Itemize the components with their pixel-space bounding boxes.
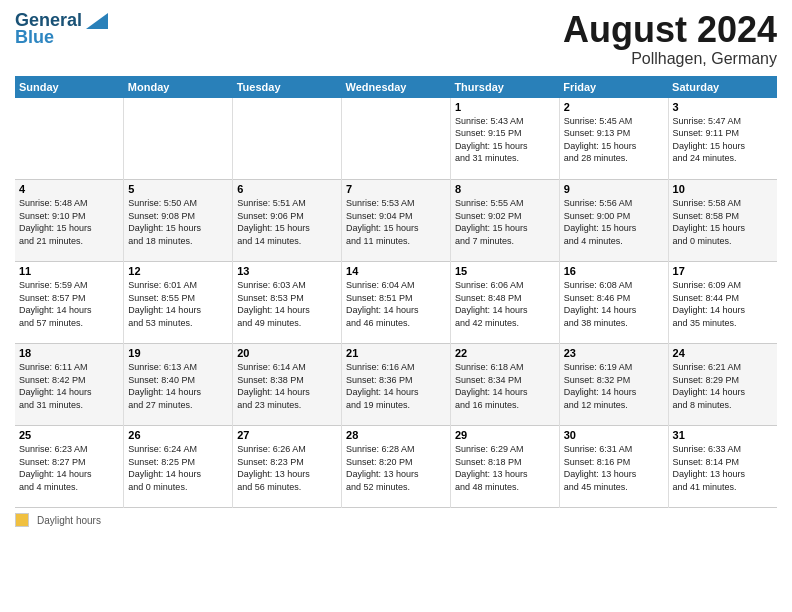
day-number: 6: [237, 183, 337, 195]
day-cell: 31Sunrise: 6:33 AM Sunset: 8:14 PM Dayli…: [668, 426, 777, 508]
day-number: 17: [673, 265, 773, 277]
day-info: Sunrise: 6:29 AM Sunset: 8:18 PM Dayligh…: [455, 443, 555, 493]
day-number: 4: [19, 183, 119, 195]
col-sunday: Sunday: [15, 76, 124, 98]
day-number: 10: [673, 183, 773, 195]
day-info: Sunrise: 6:18 AM Sunset: 8:34 PM Dayligh…: [455, 361, 555, 411]
day-info: Sunrise: 5:51 AM Sunset: 9:06 PM Dayligh…: [237, 197, 337, 247]
month-title: August 2024: [563, 10, 777, 50]
day-cell: 26Sunrise: 6:24 AM Sunset: 8:25 PM Dayli…: [124, 426, 233, 508]
day-cell: 8Sunrise: 5:55 AM Sunset: 9:02 PM Daylig…: [450, 180, 559, 262]
day-info: Sunrise: 5:59 AM Sunset: 8:57 PM Dayligh…: [19, 279, 119, 329]
day-cell: 13Sunrise: 6:03 AM Sunset: 8:53 PM Dayli…: [233, 262, 342, 344]
col-monday: Monday: [124, 76, 233, 98]
day-info: Sunrise: 6:03 AM Sunset: 8:53 PM Dayligh…: [237, 279, 337, 329]
title-block: August 2024 Pollhagen, Germany: [563, 10, 777, 68]
day-cell: 21Sunrise: 6:16 AM Sunset: 8:36 PM Dayli…: [342, 344, 451, 426]
week-row-3: 18Sunrise: 6:11 AM Sunset: 8:42 PM Dayli…: [15, 344, 777, 426]
day-info: Sunrise: 5:50 AM Sunset: 9:08 PM Dayligh…: [128, 197, 228, 247]
calendar-table: Sunday Monday Tuesday Wednesday Thursday…: [15, 76, 777, 509]
day-number: 16: [564, 265, 664, 277]
day-info: Sunrise: 5:55 AM Sunset: 9:02 PM Dayligh…: [455, 197, 555, 247]
day-info: Sunrise: 6:33 AM Sunset: 8:14 PM Dayligh…: [673, 443, 773, 493]
day-number: 13: [237, 265, 337, 277]
legend-label: Daylight hours: [37, 515, 101, 526]
day-cell: 27Sunrise: 6:26 AM Sunset: 8:23 PM Dayli…: [233, 426, 342, 508]
day-number: 1: [455, 101, 555, 113]
day-cell: 2Sunrise: 5:45 AM Sunset: 9:13 PM Daylig…: [559, 98, 668, 180]
day-cell: 1Sunrise: 5:43 AM Sunset: 9:15 PM Daylig…: [450, 98, 559, 180]
day-info: Sunrise: 6:28 AM Sunset: 8:20 PM Dayligh…: [346, 443, 446, 493]
day-cell: 10Sunrise: 5:58 AM Sunset: 8:58 PM Dayli…: [668, 180, 777, 262]
day-info: Sunrise: 6:04 AM Sunset: 8:51 PM Dayligh…: [346, 279, 446, 329]
day-info: Sunrise: 6:26 AM Sunset: 8:23 PM Dayligh…: [237, 443, 337, 493]
day-info: Sunrise: 6:09 AM Sunset: 8:44 PM Dayligh…: [673, 279, 773, 329]
day-cell: 7Sunrise: 5:53 AM Sunset: 9:04 PM Daylig…: [342, 180, 451, 262]
day-info: Sunrise: 6:06 AM Sunset: 8:48 PM Dayligh…: [455, 279, 555, 329]
day-number: 24: [673, 347, 773, 359]
week-row-0: 1Sunrise: 5:43 AM Sunset: 9:15 PM Daylig…: [15, 98, 777, 180]
col-wednesday: Wednesday: [342, 76, 451, 98]
day-cell: 11Sunrise: 5:59 AM Sunset: 8:57 PM Dayli…: [15, 262, 124, 344]
day-info: Sunrise: 6:08 AM Sunset: 8:46 PM Dayligh…: [564, 279, 664, 329]
day-number: 31: [673, 429, 773, 441]
day-number: 25: [19, 429, 119, 441]
day-cell: [233, 98, 342, 180]
day-number: 7: [346, 183, 446, 195]
svg-marker-0: [86, 13, 108, 29]
day-info: Sunrise: 6:19 AM Sunset: 8:32 PM Dayligh…: [564, 361, 664, 411]
col-friday: Friday: [559, 76, 668, 98]
day-number: 11: [19, 265, 119, 277]
day-number: 22: [455, 347, 555, 359]
day-number: 2: [564, 101, 664, 113]
day-info: Sunrise: 6:23 AM Sunset: 8:27 PM Dayligh…: [19, 443, 119, 493]
week-row-2: 11Sunrise: 5:59 AM Sunset: 8:57 PM Dayli…: [15, 262, 777, 344]
logo-blue: Blue: [15, 27, 54, 48]
day-cell: 4Sunrise: 5:48 AM Sunset: 9:10 PM Daylig…: [15, 180, 124, 262]
day-number: 18: [19, 347, 119, 359]
logo-icon: [86, 13, 108, 29]
day-number: 27: [237, 429, 337, 441]
col-saturday: Saturday: [668, 76, 777, 98]
day-cell: [15, 98, 124, 180]
header: General Blue August 2024 Pollhagen, Germ…: [15, 10, 777, 68]
col-tuesday: Tuesday: [233, 76, 342, 98]
day-cell: 5Sunrise: 5:50 AM Sunset: 9:08 PM Daylig…: [124, 180, 233, 262]
day-info: Sunrise: 6:13 AM Sunset: 8:40 PM Dayligh…: [128, 361, 228, 411]
location-title: Pollhagen, Germany: [563, 50, 777, 68]
day-cell: 17Sunrise: 6:09 AM Sunset: 8:44 PM Dayli…: [668, 262, 777, 344]
day-number: 20: [237, 347, 337, 359]
day-number: 28: [346, 429, 446, 441]
day-number: 19: [128, 347, 228, 359]
day-cell: 18Sunrise: 6:11 AM Sunset: 8:42 PM Dayli…: [15, 344, 124, 426]
day-info: Sunrise: 6:11 AM Sunset: 8:42 PM Dayligh…: [19, 361, 119, 411]
day-number: 9: [564, 183, 664, 195]
day-info: Sunrise: 5:43 AM Sunset: 9:15 PM Dayligh…: [455, 115, 555, 165]
week-row-4: 25Sunrise: 6:23 AM Sunset: 8:27 PM Dayli…: [15, 426, 777, 508]
day-info: Sunrise: 5:56 AM Sunset: 9:00 PM Dayligh…: [564, 197, 664, 247]
logo: General Blue: [15, 10, 108, 48]
day-cell: 30Sunrise: 6:31 AM Sunset: 8:16 PM Dayli…: [559, 426, 668, 508]
day-number: 26: [128, 429, 228, 441]
day-number: 3: [673, 101, 773, 113]
day-info: Sunrise: 5:58 AM Sunset: 8:58 PM Dayligh…: [673, 197, 773, 247]
day-info: Sunrise: 5:53 AM Sunset: 9:04 PM Dayligh…: [346, 197, 446, 247]
day-info: Sunrise: 5:47 AM Sunset: 9:11 PM Dayligh…: [673, 115, 773, 165]
day-number: 8: [455, 183, 555, 195]
footer: Daylight hours: [15, 513, 777, 527]
day-info: Sunrise: 6:24 AM Sunset: 8:25 PM Dayligh…: [128, 443, 228, 493]
day-info: Sunrise: 6:14 AM Sunset: 8:38 PM Dayligh…: [237, 361, 337, 411]
day-cell: 22Sunrise: 6:18 AM Sunset: 8:34 PM Dayli…: [450, 344, 559, 426]
day-cell: 19Sunrise: 6:13 AM Sunset: 8:40 PM Dayli…: [124, 344, 233, 426]
day-cell: [342, 98, 451, 180]
day-cell: [124, 98, 233, 180]
day-number: 5: [128, 183, 228, 195]
day-number: 29: [455, 429, 555, 441]
day-cell: 25Sunrise: 6:23 AM Sunset: 8:27 PM Dayli…: [15, 426, 124, 508]
day-info: Sunrise: 6:01 AM Sunset: 8:55 PM Dayligh…: [128, 279, 228, 329]
page: General Blue August 2024 Pollhagen, Germ…: [0, 0, 792, 612]
col-thursday: Thursday: [450, 76, 559, 98]
day-number: 14: [346, 265, 446, 277]
day-cell: 15Sunrise: 6:06 AM Sunset: 8:48 PM Dayli…: [450, 262, 559, 344]
day-number: 21: [346, 347, 446, 359]
